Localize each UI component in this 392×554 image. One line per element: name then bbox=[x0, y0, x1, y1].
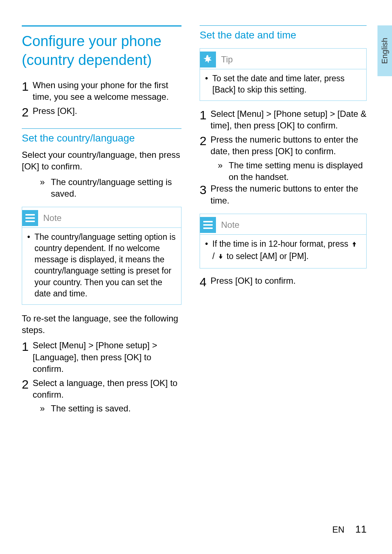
step-text: Press the numeric buttons to enter the d… bbox=[211, 134, 367, 157]
result-text: The time setting menu is displayed on th… bbox=[229, 160, 367, 183]
result-text: The setting is saved. bbox=[51, 403, 131, 414]
subsection-divider bbox=[22, 128, 181, 129]
language-tab-label: English bbox=[380, 38, 389, 64]
footer-language: EN bbox=[332, 525, 344, 535]
step-text: Press [OK] to confirm. bbox=[211, 275, 367, 287]
body-text: To re-set the language, see the followin… bbox=[22, 313, 181, 336]
step-number: 2 bbox=[22, 105, 33, 118]
result-marker: » bbox=[218, 160, 229, 171]
left-column: Configure your phone (country dependent)… bbox=[22, 25, 181, 415]
step-text: Select [Menu] > [Phone setup] > [Date & … bbox=[211, 108, 367, 132]
result-marker: » bbox=[40, 176, 51, 188]
note-label: Note bbox=[221, 220, 240, 230]
step-item: 1 Select [Menu] > [Phone setup] > [Date … bbox=[200, 108, 367, 132]
note-box: Note • If the time is in 12-hour format,… bbox=[200, 214, 367, 268]
manual-page: English Configure your phone (country de… bbox=[0, 0, 392, 554]
note-icon bbox=[22, 210, 38, 226]
tip-text: • To set the date and time later, press … bbox=[205, 73, 361, 95]
subsection-title: Set the country/language bbox=[22, 132, 181, 144]
step-number: 1 bbox=[22, 79, 33, 93]
step-number: 1 bbox=[22, 340, 33, 353]
note-text: • The country/language setting option is… bbox=[27, 231, 176, 299]
language-tab: English bbox=[377, 25, 392, 76]
step-number: 4 bbox=[200, 275, 211, 288]
step-item: 3 Press the numeric buttons to enter the… bbox=[200, 183, 367, 206]
subsection-title: Set the date and time bbox=[200, 29, 367, 41]
note-box: Note • The country/language setting opti… bbox=[22, 207, 181, 304]
note-icon bbox=[200, 217, 216, 233]
page-number: 11 bbox=[355, 524, 367, 535]
down-arrow-icon bbox=[217, 252, 224, 263]
result-bullet: » The time setting menu is displayed on … bbox=[218, 160, 367, 183]
up-arrow-icon bbox=[351, 239, 358, 251]
result-bullet: » The setting is saved. bbox=[40, 403, 181, 414]
right-column: Set the date and time Tip • To set the d… bbox=[200, 25, 367, 415]
step-item: 4 Press [OK] to confirm. bbox=[200, 275, 367, 288]
step-number: 3 bbox=[200, 183, 211, 196]
body-text: Select your country/language, then press… bbox=[22, 149, 181, 173]
result-marker: » bbox=[40, 403, 51, 414]
section-title: Configure your phone (country dependent) bbox=[22, 32, 181, 69]
step-item: 2 Press the numeric buttons to enter the… bbox=[200, 134, 367, 157]
step-number: 2 bbox=[22, 377, 33, 390]
step-text: Press the numeric buttons to enter the t… bbox=[211, 183, 367, 206]
step-item: 2 Select a language, then press [OK] to … bbox=[22, 377, 181, 401]
step-item: 2 Press [OK]. bbox=[22, 105, 181, 118]
result-bullet: » The country/language setting is saved. bbox=[40, 176, 181, 200]
tip-label: Tip bbox=[221, 54, 233, 65]
step-item: 1 Select [Menu] > [Phone setup] > [Langu… bbox=[22, 340, 181, 375]
step-number: 2 bbox=[200, 134, 211, 147]
page-footer: EN 11 bbox=[332, 524, 367, 535]
note-label: Note bbox=[43, 213, 62, 223]
tip-box: Tip • To set the date and time later, pr… bbox=[200, 48, 367, 101]
step-item: 1 When using your phone for the first ti… bbox=[22, 79, 181, 103]
step-text: When using your phone for the first time… bbox=[33, 79, 181, 103]
step-number: 1 bbox=[200, 108, 211, 121]
step-text: Press [OK]. bbox=[33, 105, 181, 117]
step-text: Select [Menu] > [Phone setup] > [Languag… bbox=[33, 340, 181, 375]
asterisk-icon bbox=[200, 52, 216, 67]
section-divider bbox=[22, 25, 181, 26]
step-text: Select a language, then press [OK] to co… bbox=[33, 377, 181, 401]
note-text: • If the time is in 12-hour format, pres… bbox=[205, 238, 361, 263]
subsection-divider bbox=[200, 25, 367, 26]
result-text: The country/language setting is saved. bbox=[51, 176, 181, 200]
